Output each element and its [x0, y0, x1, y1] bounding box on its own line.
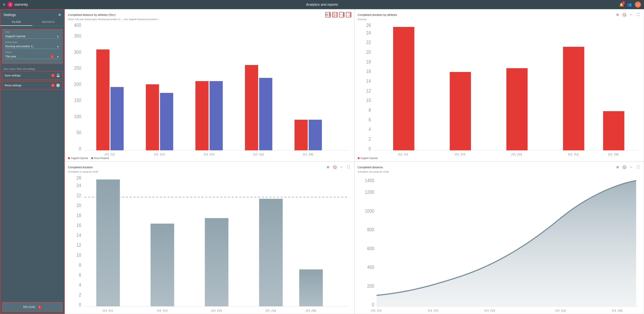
chart-distance-toolbar: ⚙ 5 🚫 6 ↔ 7 ⛶ 8 [325, 12, 351, 17]
topbar-right: 🔔 5 👥 АС [619, 2, 641, 8]
chart-distance-cum-svg: 0 200 400 600 800 1000 1200 1400 [358, 174, 641, 312]
bar [563, 47, 584, 150]
toolbar-badge-7: 7 [343, 13, 344, 17]
svg-text:14: 14 [366, 78, 371, 84]
svg-text:01.02: 01.02 [157, 308, 168, 312]
svg-text:100: 100 [74, 114, 81, 119]
eye-off-icon: 🚫 [622, 165, 626, 169]
sidebar-close-button[interactable]: ✕ [58, 13, 61, 17]
activity-select[interactable]: Running and another 3... [5, 44, 60, 49]
bar [96, 49, 110, 150]
user-select[interactable]: Андрей Сергеев [5, 34, 60, 39]
svg-text:250: 250 [74, 65, 81, 71]
avatar[interactable]: АС [635, 2, 641, 8]
toolbar-badge-6: 6 [336, 13, 338, 17]
people-icon[interactable]: 👥 [627, 2, 632, 7]
reload-button[interactable]: RELOAD 4 [2, 302, 62, 312]
svg-text:18: 18 [366, 59, 371, 64]
legend-label-sergeyev: Андрей Сергеев [71, 157, 88, 159]
chart-duration-settings[interactable]: ⚙ [615, 12, 620, 17]
logo-text: staminity [14, 3, 28, 7]
svg-text:22: 22 [76, 193, 81, 198]
chart-distance-c-visibility[interactable]: 🚫 [622, 164, 627, 170]
chart-visibility-button-6[interactable]: 🚫 6 [332, 12, 338, 17]
legend-dot-blue [91, 157, 93, 159]
chart-duration-legend: Андрей Сергеев [358, 157, 641, 159]
reload-label: RELOAD [23, 305, 36, 308]
activity-type-group: Activity types Running and another 3... … [5, 41, 60, 49]
notification-badge: 5 [622, 1, 625, 5]
chart-distance-c-settings[interactable]: ⚙ [615, 164, 620, 170]
hamburger-icon[interactable]: ☰ [3, 3, 5, 6]
chart-distance-cum-toolbar: ⚙ 🚫 ↔ ⛶ [615, 164, 641, 170]
chart-fullscreen-button-8[interactable]: ⛶ 8 [346, 12, 351, 17]
bar [259, 78, 272, 150]
chart-settings-button-5[interactable]: ⚙ 5 [325, 12, 331, 17]
svg-text:01.01: 01.01 [105, 152, 115, 156]
svg-text:0: 0 [368, 146, 371, 151]
topbar: ☰ S staminity Analytics and reports 🔔 5 … [0, 0, 644, 9]
chart-duration-b-visibility[interactable]: 🚫 [332, 164, 338, 170]
chart-duration-fullscreen[interactable]: ⛶ [636, 12, 641, 17]
save-icon: 💾 [56, 73, 60, 78]
chart-duration-bottom-header: Completed duration ⚙ 🚫 ↔ ⛶ [68, 164, 351, 170]
svg-text:6: 6 [79, 272, 81, 278]
period-group: Period This year ▾ 1 [5, 51, 60, 59]
svg-text:01.03: 01.03 [204, 152, 214, 156]
chart-distance-area: 0 50 100 150 200 250 300 350 400 01.01 [68, 22, 351, 156]
chart-distance-cum-header: Completed distance ⚙ 🚫 ↔ ⛶ [358, 164, 641, 170]
tab-reports[interactable]: REPORTS [32, 19, 64, 26]
bar [146, 84, 159, 150]
topbar-left: ☰ S staminity [3, 2, 28, 7]
svg-text:1400: 1400 [365, 178, 374, 183]
save-section-label: Save charts, filters and settings [2, 66, 63, 71]
bar [506, 68, 528, 150]
svg-text:200: 200 [367, 283, 374, 289]
svg-text:8: 8 [79, 262, 81, 268]
chart-distance-cum-title: Completed distance [358, 166, 383, 169]
user-select-wrapper: Андрей Сергеев ▾ [5, 34, 60, 39]
svg-text:01.01: 01.01 [398, 152, 409, 156]
arrows-horizontal-icon: ↔ [339, 13, 342, 16]
reset-badge: 3 [51, 84, 55, 87]
eye-off-icon: 🚫 [333, 165, 337, 169]
sidebar-title: Settings [4, 13, 16, 17]
svg-text:1000: 1000 [365, 208, 374, 214]
chart-distance-svg: 0 50 100 150 200 250 300 350 400 01.01 [68, 22, 351, 156]
chart-duration-b-settings[interactable]: ⚙ [325, 164, 331, 170]
chart-distance-athletes: Completed distance by athletes (filter) … [65, 9, 354, 162]
reset-settings-button[interactable]: Reset settings 3 🕐 [2, 81, 62, 89]
activity-select-wrapper: Running and another 3... ▾ [5, 44, 60, 49]
bar [195, 81, 208, 150]
svg-text:01.05: 01.05 [608, 152, 619, 156]
activity-label: Activity types [5, 41, 60, 43]
chart-duration-b-fullscreen[interactable]: ⛶ [346, 164, 351, 170]
svg-text:4: 4 [368, 127, 371, 132]
user-field-group: User Андрей Сергеев ▾ [5, 31, 60, 39]
arrows-horizontal-icon: ↔ [630, 13, 633, 16]
bar [294, 120, 308, 150]
svg-text:6: 6 [368, 117, 371, 122]
notification-bell[interactable]: 🔔 5 [619, 2, 624, 7]
period-select-wrapper: This year ▾ 1 [5, 54, 60, 59]
chart-expand-button-7[interactable]: ↔ 7 [339, 12, 344, 17]
period-badge: 1 [50, 55, 54, 59]
chart-duration-visibility[interactable]: 🚫 [622, 12, 627, 17]
svg-text:01.05: 01.05 [612, 308, 622, 312]
svg-text:4: 4 [79, 282, 81, 287]
chart-distance-c-fullscreen[interactable]: ⛶ [636, 164, 641, 170]
bar [205, 218, 228, 306]
chart-distance-cum-subtitle: Cumulative: yes, group by: month [358, 171, 641, 173]
bar [210, 81, 223, 150]
tab-filter[interactable]: FILTER [0, 19, 32, 26]
chart-duration-b-expand[interactable]: ↔ [339, 164, 344, 170]
bar [299, 269, 323, 306]
gear-icon: ⚙ [326, 13, 328, 17]
svg-text:01.04: 01.04 [253, 152, 264, 156]
chart-duration-expand[interactable]: ↔ [628, 12, 634, 17]
svg-text:0: 0 [79, 302, 81, 307]
svg-text:400: 400 [367, 264, 374, 270]
svg-text:300: 300 [74, 49, 81, 55]
chart-distance-c-expand[interactable]: ↔ [628, 164, 634, 170]
save-settings-button[interactable]: Save settings 2 💾 [2, 72, 62, 80]
